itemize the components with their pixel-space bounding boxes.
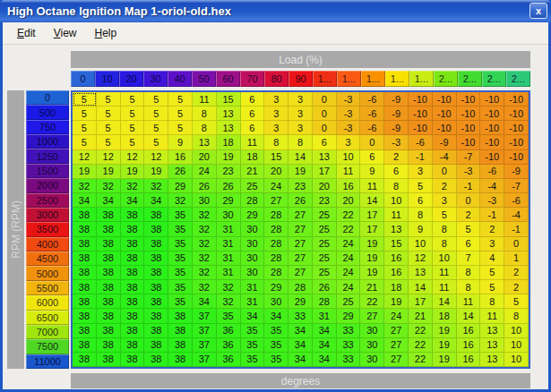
map-cell[interactable]: 22 bbox=[337, 208, 361, 222]
map-cell[interactable]: 11 bbox=[480, 309, 504, 323]
map-cell[interactable]: 20 bbox=[313, 179, 337, 193]
map-cell[interactable]: 38 bbox=[97, 309, 121, 323]
map-cell[interactable]: 32 bbox=[168, 193, 193, 208]
map-cell[interactable]: 28 bbox=[264, 237, 288, 251]
map-cell[interactable]: 31 bbox=[217, 266, 241, 280]
map-cell[interactable]: 38 bbox=[97, 266, 121, 280]
map-cell[interactable]: 32 bbox=[193, 280, 217, 294]
map-cell[interactable]: 38 bbox=[73, 294, 97, 309]
map-cell[interactable]: 2 bbox=[433, 179, 457, 193]
col-header-6[interactable]: 60 bbox=[216, 71, 240, 87]
map-cell[interactable]: 35 bbox=[241, 324, 265, 338]
map-cell[interactable]: 3 bbox=[433, 193, 457, 208]
map-cell[interactable]: 33 bbox=[337, 353, 361, 367]
map-cell[interactable]: 5 bbox=[168, 121, 193, 135]
map-cell[interactable]: 32 bbox=[97, 179, 121, 193]
map-cell[interactable]: 19 bbox=[433, 338, 457, 353]
map-cell[interactable]: 10 bbox=[504, 324, 529, 338]
map-cell[interactable]: -6 bbox=[409, 135, 433, 149]
col-header-17[interactable]: 2... bbox=[482, 71, 506, 87]
map-cell[interactable]: 8 bbox=[193, 121, 217, 135]
map-cell[interactable]: 13 bbox=[217, 107, 241, 121]
map-cell[interactable]: 14 bbox=[433, 294, 457, 309]
map-cell[interactable]: 38 bbox=[73, 324, 97, 338]
map-cell[interactable]: 27 bbox=[288, 222, 313, 236]
map-cell[interactable]: 8 bbox=[433, 222, 457, 236]
map-cell[interactable]: 29 bbox=[264, 280, 288, 294]
map-cell[interactable]: -3 bbox=[384, 135, 409, 149]
map-cell[interactable]: 32 bbox=[193, 251, 217, 266]
map-cell[interactable]: 5 bbox=[73, 107, 97, 121]
map-cell[interactable]: 34 bbox=[144, 193, 168, 208]
map-cell[interactable]: 3 bbox=[288, 92, 313, 107]
map-cell[interactable]: 24 bbox=[337, 280, 361, 294]
menu-help[interactable]: Help bbox=[86, 24, 126, 42]
map-cell[interactable]: 5 bbox=[97, 92, 121, 107]
map-cell[interactable]: 0 bbox=[313, 121, 337, 135]
map-cell[interactable]: 14 bbox=[360, 193, 384, 208]
map-cell[interactable]: -7 bbox=[504, 179, 529, 193]
map-cell[interactable]: 10 bbox=[433, 251, 457, 266]
map-cell[interactable]: 29 bbox=[217, 193, 241, 208]
map-cell[interactable]: 17 bbox=[360, 222, 384, 236]
map-cell[interactable]: 38 bbox=[73, 208, 97, 222]
map-cell[interactable]: 34 bbox=[313, 324, 337, 338]
map-cell[interactable]: -10 bbox=[504, 107, 529, 121]
map-cell[interactable]: 2 bbox=[504, 266, 529, 280]
map-cell[interactable]: 10 bbox=[504, 338, 529, 353]
map-cell[interactable]: 35 bbox=[241, 338, 265, 353]
map-cell[interactable]: 15 bbox=[264, 150, 288, 165]
map-cell[interactable]: 36 bbox=[217, 338, 241, 353]
row-header-11000[interactable]: 11000 bbox=[26, 354, 69, 369]
map-cell[interactable]: 6 bbox=[241, 107, 265, 121]
map-cell[interactable]: 35 bbox=[168, 266, 193, 280]
map-cell[interactable]: 34 bbox=[288, 338, 313, 353]
map-cell[interactable]: -3 bbox=[480, 193, 504, 208]
map-cell[interactable]: -9 bbox=[433, 135, 457, 149]
map-cell[interactable]: 9 bbox=[360, 165, 384, 179]
col-header-11[interactable]: 1... bbox=[337, 71, 361, 87]
map-cell[interactable]: 5 bbox=[168, 92, 193, 107]
map-cell[interactable]: 34 bbox=[241, 309, 265, 323]
row-header-4000[interactable]: 4000 bbox=[26, 237, 69, 251]
map-cell[interactable]: 38 bbox=[97, 222, 121, 236]
map-cell[interactable]: 19 bbox=[73, 165, 97, 179]
map-cell[interactable]: 38 bbox=[121, 251, 145, 266]
map-cell[interactable]: 19 bbox=[121, 165, 145, 179]
map-cell[interactable]: 8 bbox=[480, 294, 504, 309]
map-cell[interactable]: 10 bbox=[384, 193, 409, 208]
map-cell[interactable]: -3 bbox=[457, 165, 481, 179]
map-cell[interactable]: -10 bbox=[480, 92, 504, 107]
map-cell[interactable]: 28 bbox=[288, 280, 313, 294]
map-cell[interactable]: 5 bbox=[168, 107, 193, 121]
map-cell[interactable]: -10 bbox=[504, 150, 529, 165]
map-cell[interactable]: -9 bbox=[504, 165, 529, 179]
map-cell[interactable]: 20 bbox=[264, 165, 288, 179]
map-cell[interactable]: 3 bbox=[288, 107, 313, 121]
map-cell[interactable]: 35 bbox=[168, 237, 193, 251]
map-cell[interactable]: 5 bbox=[97, 121, 121, 135]
map-cell[interactable]: 36 bbox=[217, 353, 241, 367]
col-header-14[interactable]: 1... bbox=[409, 71, 434, 87]
map-cell[interactable]: 38 bbox=[144, 324, 168, 338]
map-cell[interactable]: 3 bbox=[337, 135, 361, 149]
map-cell[interactable]: -7 bbox=[457, 150, 481, 165]
map-cell[interactable]: 5 bbox=[121, 92, 145, 107]
map-cell[interactable]: 8 bbox=[457, 280, 481, 294]
map-cell[interactable]: 21 bbox=[409, 309, 433, 323]
map-cell[interactable]: 14 bbox=[457, 309, 481, 323]
map-cell[interactable]: -10 bbox=[480, 107, 504, 121]
map-cell[interactable]: 11 bbox=[193, 92, 217, 107]
map-cell[interactable]: 35 bbox=[168, 208, 193, 222]
map-cell[interactable]: 29 bbox=[288, 294, 313, 309]
map-cell[interactable]: 19 bbox=[97, 165, 121, 179]
map-cell[interactable]: 11 bbox=[433, 266, 457, 280]
map-cell[interactable]: 26 bbox=[168, 165, 193, 179]
map-cell[interactable]: 0 bbox=[313, 107, 337, 121]
row-header-3500[interactable]: 3500 bbox=[26, 222, 69, 236]
map-cell[interactable]: 19 bbox=[360, 266, 384, 280]
map-cell[interactable]: 16 bbox=[384, 251, 409, 266]
map-cell[interactable]: 38 bbox=[144, 251, 168, 266]
map-cell[interactable]: 33 bbox=[337, 338, 361, 353]
map-cell[interactable]: 27 bbox=[384, 324, 409, 338]
